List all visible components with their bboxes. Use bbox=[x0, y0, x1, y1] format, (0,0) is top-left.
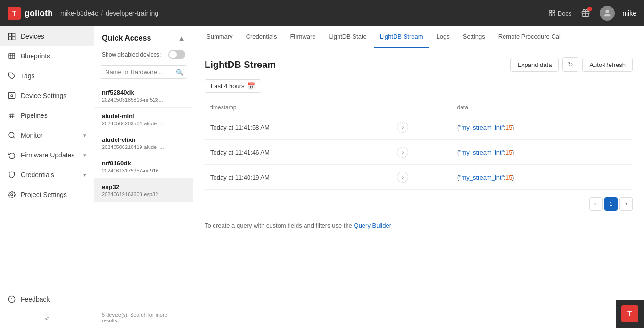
tab-lightdb-state[interactable]: LightDB State bbox=[323, 26, 372, 48]
search-icon: 🔍 bbox=[176, 68, 183, 75]
device-item[interactable]: aludel-elixir 20240506210419-aludel-... bbox=[94, 131, 193, 155]
quick-access-panel: Quick Access ▲ Show disabled devices: 🔍 … bbox=[94, 26, 193, 328]
svg-rect-2 bbox=[553, 14, 555, 16]
current-page-button[interactable]: 1 bbox=[604, 197, 618, 211]
main-content: Summary Credentials Firmware LightDB Sta… bbox=[193, 26, 644, 328]
pagination: < 1 > bbox=[205, 197, 633, 211]
content-title-row: LightDB Stream Expand data ↻ Auto-Refres… bbox=[205, 57, 633, 72]
tab-lightdb-stream[interactable]: LightDB Stream bbox=[374, 26, 429, 48]
breadcrumb-sep: / bbox=[101, 9, 103, 17]
tab-logs[interactable]: Logs bbox=[431, 26, 455, 48]
device-id: 20240503185816-nrf528... bbox=[102, 97, 185, 103]
sidebar-item-firmware-updates[interactable]: Firmware Updates ▾ bbox=[0, 145, 94, 165]
time-filter-button[interactable]: Last 4 hours 📅 bbox=[205, 79, 261, 93]
docs-link[interactable]: Docs bbox=[548, 9, 572, 17]
avatar-image bbox=[602, 8, 612, 18]
sidebar-label-pipelines: Pipelines bbox=[21, 112, 48, 119]
refresh-button[interactable]: ↻ bbox=[562, 57, 578, 72]
logo-icon: T bbox=[8, 7, 21, 20]
device-name: aludel-mini bbox=[102, 113, 185, 120]
logo[interactable]: T golioth bbox=[8, 7, 53, 20]
quick-access-header: Quick Access ▲ bbox=[94, 26, 193, 50]
svg-rect-0 bbox=[549, 10, 552, 13]
feedback-icon bbox=[8, 295, 16, 303]
show-disabled-row: Show disabled devices: bbox=[94, 50, 193, 65]
show-disabled-label: Show disabled devices: bbox=[102, 51, 161, 58]
tab-bar: Summary Credentials Firmware LightDB Sta… bbox=[193, 26, 644, 48]
page-title: LightDB Stream bbox=[205, 59, 276, 70]
device-list: nrf52840dk 20240503185816-nrf528... alud… bbox=[94, 84, 193, 307]
tab-settings[interactable]: Settings bbox=[457, 26, 491, 48]
credentials-chevron: ▾ bbox=[83, 172, 86, 178]
docs-label: Docs bbox=[558, 10, 572, 17]
svg-point-23 bbox=[9, 132, 14, 138]
sidebar-item-blueprints[interactable]: Blueprints bbox=[0, 46, 94, 66]
bottom-logo-icon: T bbox=[621, 305, 638, 322]
svg-rect-10 bbox=[12, 37, 15, 40]
tab-firmware[interactable]: Firmware bbox=[284, 26, 321, 48]
svg-rect-7 bbox=[8, 33, 11, 36]
filter-row: Last 4 hours 📅 bbox=[205, 79, 633, 93]
app-header: T golioth mike-b3de4c / developer-traini… bbox=[0, 0, 644, 26]
tags-icon bbox=[8, 72, 16, 80]
credentials-icon bbox=[8, 171, 16, 179]
sidebar-bottom: Feedback < bbox=[0, 289, 94, 328]
calendar-icon: 📅 bbox=[248, 82, 255, 90]
main-layout: Devices Blueprints Tags Device Settings … bbox=[0, 26, 644, 328]
sidebar-item-monitor[interactable]: Monitor ▾ bbox=[0, 125, 94, 145]
cell-expand: › bbox=[391, 115, 451, 140]
svg-point-18 bbox=[11, 95, 13, 97]
tab-rpc[interactable]: Remote Procedure Call bbox=[493, 26, 568, 48]
logo-text: golioth bbox=[25, 8, 53, 18]
cell-expand: › bbox=[391, 165, 451, 190]
sidebar-item-credentials[interactable]: Credentials ▾ bbox=[0, 165, 94, 185]
footer-note-text: To create a query with custom fields and… bbox=[205, 222, 352, 229]
sidebar-label-project-settings: Project Settings bbox=[21, 191, 67, 198]
device-item[interactable]: nrf52840dk 20240503185816-nrf528... bbox=[94, 84, 193, 108]
prev-page-button[interactable]: < bbox=[589, 197, 603, 211]
quick-access-collapse-icon[interactable]: ▲ bbox=[178, 34, 185, 42]
device-id: 20240506210419-aludel-... bbox=[102, 144, 185, 150]
device-item[interactable]: aludel-mini 20240506203504-aludel-... bbox=[94, 108, 193, 131]
col-header-data-label: data bbox=[451, 100, 633, 115]
sidebar-item-project-settings[interactable]: Project Settings bbox=[0, 185, 94, 205]
breadcrumb-project[interactable]: developer-training bbox=[106, 9, 158, 17]
table-row: Today at 11:41:58 AM › {"my_stream_int":… bbox=[205, 115, 633, 140]
sidebar-label-monitor: Monitor bbox=[21, 131, 43, 139]
expand-row-button[interactable]: › bbox=[397, 172, 408, 183]
bottom-logo: T bbox=[616, 300, 644, 328]
sidebar-item-device-settings[interactable]: Device Settings bbox=[0, 86, 94, 106]
toggle-knob bbox=[169, 51, 177, 58]
gift-button[interactable] bbox=[579, 7, 592, 20]
firmware-chevron: ▾ bbox=[83, 152, 86, 158]
avatar[interactable] bbox=[600, 6, 615, 21]
sidebar: Devices Blueprints Tags Device Settings … bbox=[0, 26, 94, 328]
breadcrumb-org[interactable]: mike-b3de4c bbox=[60, 9, 98, 17]
svg-line-22 bbox=[12, 113, 13, 118]
device-name: nrf9160dk bbox=[102, 160, 185, 167]
sidebar-label-devices: Devices bbox=[21, 33, 44, 40]
query-builder-link[interactable]: Query Builder bbox=[354, 222, 391, 229]
tab-credentials[interactable]: Credentials bbox=[240, 26, 283, 48]
expand-row-button[interactable]: › bbox=[397, 147, 408, 158]
expand-row-button[interactable]: › bbox=[397, 122, 408, 133]
auto-refresh-button[interactable]: Auto-Refresh bbox=[582, 58, 633, 72]
next-page-button[interactable]: > bbox=[619, 197, 633, 211]
sidebar-item-feedback[interactable]: Feedback bbox=[0, 289, 94, 309]
sidebar-collapse-button[interactable]: < bbox=[0, 309, 94, 328]
cell-timestamp: Today at 11:40:19 AM bbox=[205, 165, 391, 190]
breadcrumb: mike-b3de4c / developer-training bbox=[60, 9, 158, 17]
device-item[interactable]: esp32 20240619163608-esp32 bbox=[94, 179, 193, 202]
device-search-input[interactable] bbox=[100, 65, 187, 79]
sidebar-label-tags: Tags bbox=[21, 72, 35, 80]
tab-summary[interactable]: Summary bbox=[201, 26, 239, 48]
expand-data-button[interactable]: Expand data bbox=[510, 58, 559, 72]
device-item[interactable]: nrf9160dk 20240613175957-nrf916... bbox=[94, 155, 193, 179]
sidebar-label-firmware: Firmware Updates bbox=[21, 151, 74, 159]
cell-data: {"my_stream_int":15} bbox=[451, 140, 633, 165]
sidebar-item-devices[interactable]: Devices bbox=[0, 26, 94, 46]
sidebar-item-pipelines[interactable]: Pipelines bbox=[0, 106, 94, 125]
devices-icon bbox=[8, 32, 16, 41]
sidebar-item-tags[interactable]: Tags bbox=[0, 66, 94, 86]
show-disabled-toggle[interactable] bbox=[168, 50, 185, 59]
